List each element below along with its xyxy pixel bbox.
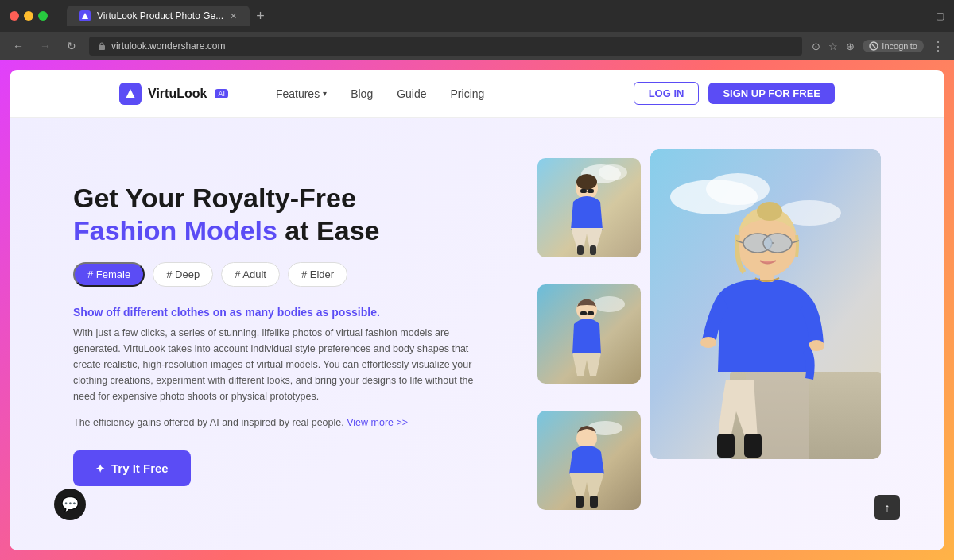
url-text: virtulook.wondershare.com <box>111 41 794 52</box>
hero-images <box>537 149 881 519</box>
active-tab[interactable]: VirtuLook Product Photo Ge... ✕ <box>67 6 250 26</box>
tag-deep[interactable]: # Deep <box>153 262 213 287</box>
svg-rect-24 <box>576 496 584 508</box>
hero-desc-body: With just a few clicks, a series of stun… <box>73 325 490 404</box>
site-header: VirtuLook AI Features ▾ Blog Guide Prici… <box>10 70 944 118</box>
hero-desc-headline: Show off different clothes on as many bo… <box>73 306 490 319</box>
star-icon: ✦ <box>95 462 105 475</box>
svg-rect-18 <box>580 311 587 315</box>
nav-features[interactable]: Features ▾ <box>276 87 327 100</box>
svg-point-16 <box>593 296 625 312</box>
incognito-icon <box>869 41 878 51</box>
thumbnail-column <box>537 149 641 519</box>
nav-icons: ⊙ ☆ ⊕ Incognito ⋮ <box>812 39 944 54</box>
nav-guide[interactable]: Guide <box>397 87 426 100</box>
traffic-lights <box>10 11 48 21</box>
svg-rect-43 <box>744 434 762 458</box>
thumbnail-2 <box>537 276 641 392</box>
bookmark-icon[interactable]: ☆ <box>828 41 838 52</box>
hero-left: Get Your Royalty-Free Fashion Models at … <box>73 149 506 519</box>
reading-mode-icon[interactable]: ⊙ <box>812 41 820 52</box>
svg-rect-19 <box>588 311 594 315</box>
title-bar: VirtuLook Product Photo Ge... ✕ + ▢ <box>0 0 954 32</box>
tag-female[interactable]: # Female <box>73 262 145 287</box>
login-button[interactable]: LOG IN <box>634 82 700 105</box>
tab-close-icon[interactable]: ✕ <box>230 11 237 21</box>
svg-line-3 <box>872 44 875 48</box>
svg-rect-25 <box>590 496 598 508</box>
minimize-button[interactable] <box>24 11 33 21</box>
tab-favicon <box>80 10 91 21</box>
view-more-link[interactable]: View more >> <box>347 417 408 428</box>
svg-rect-11 <box>590 245 596 255</box>
extensions-icon[interactable]: ⊕ <box>846 41 855 52</box>
thumbnail-3 <box>537 402 641 519</box>
thumbnail-1 <box>537 149 641 266</box>
maximize-button[interactable] <box>38 11 48 21</box>
more-options-icon[interactable]: ⋮ <box>932 39 944 54</box>
back-button[interactable]: ← <box>10 37 27 56</box>
hero-title-accent: Fashion Models <box>73 215 277 245</box>
hero-desc-accent: as many bodies as possible. <box>230 306 380 319</box>
try-it-free-button[interactable]: ✦ Try It Free <box>73 450 191 486</box>
svg-point-32 <box>700 337 716 348</box>
svg-point-36 <box>757 202 782 221</box>
refresh-button[interactable]: ↻ <box>64 37 80 56</box>
header-ctas: LOG IN SIGN UP FOR FREE <box>634 82 835 105</box>
main-image <box>650 149 881 519</box>
svg-rect-1 <box>99 45 105 50</box>
chat-icon: 💬 <box>61 496 79 513</box>
arrow-up-icon: ↑ <box>885 501 890 514</box>
nav-pricing[interactable]: Pricing <box>451 87 485 100</box>
svg-rect-42 <box>717 434 735 458</box>
browser-window: VirtuLook AI Features ▾ Blog Guide Prici… <box>0 60 954 560</box>
lock-icon <box>97 41 107 51</box>
logo-icon <box>119 83 142 105</box>
hero-title: Get Your Royalty-Free Fashion Models at … <box>73 182 490 247</box>
logo: VirtuLook AI <box>119 83 228 105</box>
tag-adult[interactable]: # Adult <box>221 262 280 287</box>
svg-marker-0 <box>82 13 88 19</box>
close-button[interactable] <box>10 11 19 21</box>
chevron-down-icon: ▾ <box>323 89 327 98</box>
svg-marker-4 <box>126 89 135 98</box>
svg-rect-12 <box>580 189 587 193</box>
logo-text: VirtuLook <box>148 87 207 101</box>
signup-button[interactable]: SIGN UP FOR FREE <box>708 83 835 104</box>
nav-blog[interactable]: Blog <box>351 87 373 100</box>
hero-tags: # Female # Deep # Adult # Elder <box>73 262 490 287</box>
webpage: VirtuLook AI Features ▾ Blog Guide Prici… <box>10 70 944 550</box>
browser-chrome: VirtuLook Product Photo Ge... ✕ + ▢ ← → … <box>0 0 954 560</box>
new-tab-button[interactable]: + <box>256 8 265 25</box>
svg-point-38 <box>763 234 792 253</box>
ai-badge: AI <box>215 89 228 98</box>
svg-rect-10 <box>577 245 584 255</box>
incognito-label: Incognito <box>882 41 917 51</box>
svg-rect-13 <box>588 189 594 193</box>
incognito-badge: Incognito <box>863 40 924 52</box>
main-nav: Features ▾ Blog Guide Pricing <box>276 87 484 100</box>
address-bar[interactable]: virtulook.wondershare.com <box>89 37 802 56</box>
tab-bar: VirtuLook Product Photo Ge... ✕ + <box>67 6 929 26</box>
scroll-top-button[interactable]: ↑ <box>874 495 900 520</box>
header-inner: VirtuLook AI Features ▾ Blog Guide Prici… <box>119 82 835 105</box>
tab-title: VirtuLook Product Photo Ge... <box>97 10 223 21</box>
nav-bar: ← → ↻ virtulook.wondershare.com ⊙ ☆ ⊕ In… <box>0 32 954 60</box>
hero-efficiency: The efficiency gains offered by AI and i… <box>73 417 490 428</box>
svg-point-9 <box>576 174 597 190</box>
svg-point-7 <box>599 164 627 180</box>
svg-point-28 <box>706 173 770 205</box>
tag-elder[interactable]: # Elder <box>288 262 347 287</box>
chat-button[interactable]: 💬 <box>54 489 86 520</box>
forward-button[interactable]: → <box>37 37 54 56</box>
hero-section: Get Your Royalty-Free Fashion Models at … <box>10 118 944 550</box>
window-controls: ▢ <box>936 10 944 21</box>
